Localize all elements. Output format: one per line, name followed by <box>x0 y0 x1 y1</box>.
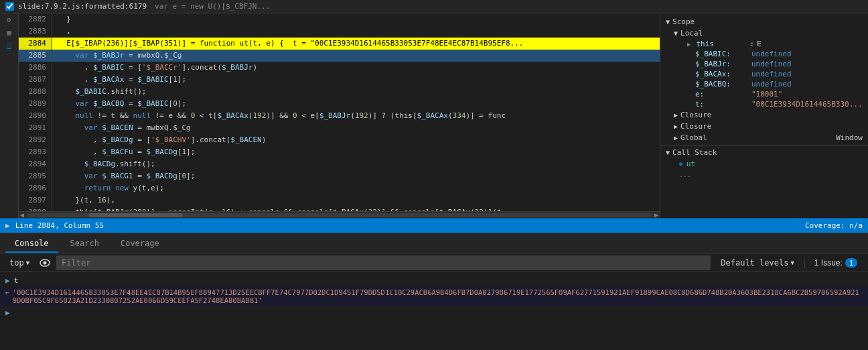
line-content-2893: , $_BACFu = $_BACDg[1]; <box>52 146 195 158</box>
console-output-arrow: ← <box>5 288 10 297</box>
closure1-header[interactable]: ▶ Closure <box>668 109 868 121</box>
code-line-2895[interactable]: 2895 var $_BACG1 = $_BACDg[0]; <box>19 170 660 182</box>
divider-1 <box>660 145 868 145</box>
global-label: Global <box>680 133 707 142</box>
console-input-row: ▶ t <box>0 275 868 287</box>
scope-local-items: ▶ this : E $_BABIC: undefined $_BABJr: u… <box>668 39 868 109</box>
bacbq-item: $_BACBQ: undefined <box>676 79 868 89</box>
tab-search[interactable]: Search <box>61 235 108 253</box>
slide-checkbox[interactable] <box>5 2 14 11</box>
code-line-2893[interactable]: 2893 , $_BACFu = $_BACDg[1]; <box>19 146 660 158</box>
svg-point-1 <box>44 261 47 264</box>
closure1-label: Closure <box>680 111 711 119</box>
scope-panel: ▼ Scope ▼ Local ▶ this : E <box>660 13 868 218</box>
code-line-2890[interactable]: 2890 null != t && null != e && 0 < t[$_B… <box>19 110 660 122</box>
default-levels-button[interactable]: Default levels ▼ <box>715 256 800 270</box>
code-line-2891[interactable]: 2891 var $_BACEN = mwbxQ.$_Cg <box>19 122 660 134</box>
levels-arrow-icon: ▼ <box>790 259 794 266</box>
babjr-key: $_BABJr: <box>695 60 749 68</box>
tab-coverage[interactable]: Coverage <box>111 235 169 253</box>
dropdown-arrow-icon: ▼ <box>26 259 29 266</box>
call-stack-header[interactable]: ▼ Call Stack <box>660 147 868 158</box>
t-key: t: <box>695 100 749 109</box>
sidebar-spaces[interactable]: □ <box>7 42 11 49</box>
issues-count: 1 <box>845 258 857 268</box>
code-lines: 2882 } 2883 , 2884 E[$_IBAP(236)][$_IBAP… <box>19 13 660 211</box>
bacax-item: $_BACAx: undefined <box>676 69 868 79</box>
global-val: Window <box>836 133 863 142</box>
status-line-col: Line 2884, Column 55 <box>15 221 104 230</box>
babjr-val: undefined <box>751 60 792 68</box>
callstack-triangle: ▼ <box>666 149 670 156</box>
scope-title: Scope <box>672 17 695 26</box>
line-content-2883: , <box>52 25 71 38</box>
e-key: e: <box>695 90 749 99</box>
call-stack-item-ut[interactable]: ut <box>660 158 868 170</box>
filter-input[interactable] <box>56 255 711 270</box>
line-num-2894: 2894 <box>19 158 52 170</box>
code-line-2889[interactable]: 2889 var $_BACBQ = $_BABIC[0]; <box>19 98 660 110</box>
code-line-2892[interactable]: 2892 , $_BACDg = ['$_BACHV'].concat($_BA… <box>19 134 660 146</box>
closure2-triangle: ▶ <box>674 123 678 130</box>
babjr-item: $_BABJr: undefined <box>676 59 868 69</box>
tab-console[interactable]: Console <box>5 235 58 253</box>
code-line-2894[interactable]: 2894 $_BACDg.shift(); <box>19 158 660 170</box>
console-output: ▶ t ← '00C1E3934D1614465B33053E7F48EE4EC… <box>0 272 868 350</box>
bottom-panel: Console Search Coverage top ▼ Default le… <box>0 233 868 350</box>
console-output-row: ← '00C1E3934D1614465B33053E7F48EE4EC87B1… <box>0 287 868 306</box>
console-prompt-icon: ▶ <box>5 276 10 285</box>
scroll-left-arrow[interactable]: ◀ <box>20 211 24 218</box>
line-content-2892: , $_BACDg = ['$_BACHV'].concat($_BACEN) <box>52 134 266 146</box>
top-dropdown-button[interactable]: top ▼ <box>5 257 33 269</box>
code-panel: 2882 } 2883 , 2884 E[$_IBAP(236)][$_IBAP… <box>19 13 660 218</box>
global-triangle: ▶ <box>674 134 678 141</box>
code-line-2883[interactable]: 2883 , <box>19 25 660 38</box>
main-area: ⚙ ▦ □ 2882 } 2883 , 2884 E[$_IBAP(236)][… <box>0 13 868 218</box>
code-horizontal-scrollbar[interactable]: ◀ ▶ <box>19 211 660 218</box>
global-header[interactable]: ▶ Global Window <box>668 132 868 143</box>
line-content-2885: var $_BABJr = mwbxQ.$_Cg <box>52 50 182 62</box>
call-stack-title: Call Stack <box>672 148 717 157</box>
line-num-2884: 2884 <box>19 38 52 50</box>
code-line-2882[interactable]: 2882 } <box>19 13 660 25</box>
scope-header[interactable]: ▼ Scope <box>660 16 868 27</box>
code-line-2887[interactable]: 2887 , $_BACAx = $_BABIC[1]; <box>19 74 660 86</box>
line-content-2891: var $_BACEN = mwbxQ.$_Cg <box>52 122 191 134</box>
line-content-2895: var $_BACG1 = $_BACDg[0]; <box>52 170 195 182</box>
code-line-2888[interactable]: 2888 $_BABIC.shift(); <box>19 86 660 98</box>
call-stack-ut-label: ut <box>686 160 695 168</box>
eye-button[interactable] <box>38 255 52 270</box>
code-line-2898[interactable]: 2898 this[$ BABJr(390)] = parseInt(e, 16… <box>19 207 660 211</box>
t-val: "00C1E3934D1614465B330... <box>751 100 863 109</box>
scroll-right-arrow[interactable]: ▶ <box>654 211 658 218</box>
line-content-2888: $_BABIC.shift(); <box>52 86 146 98</box>
line-content-2882: } <box>52 13 71 25</box>
code-line-2897[interactable]: 2897 }(t, 16), <box>19 194 660 207</box>
this-item[interactable]: ▶ this : E <box>676 39 868 49</box>
local-triangle: ▼ <box>674 30 678 37</box>
console-toolbar: top ▼ Default levels ▼ 1 Issue: 1 <box>0 253 868 272</box>
scrollbar-thumb[interactable] <box>89 213 183 217</box>
code-line-2885[interactable]: 2885 var $_BABJr = mwbxQ.$_Cg <box>19 50 660 62</box>
line-num-2897: 2897 <box>19 194 52 207</box>
line-content-2898: this[$ BABJr(390)] = parseInt(e, 16) : c… <box>52 207 501 211</box>
code-line-2896[interactable]: 2896 return new y(t,e); <box>19 182 660 194</box>
code-line-2886[interactable]: 2886 , $_BABIC = ['$_BACCr'].concat($_BA… <box>19 62 660 74</box>
line-content-2889: var $_BACBQ = $_BABIC[0]; <box>52 98 186 110</box>
issues-button[interactable]: 1 Issue: 1 <box>809 257 863 269</box>
code-line-2884[interactable]: 2884 E[$_IBAP(236)][$_IBAP(351)] = funct… <box>19 38 660 50</box>
sidebar-tools[interactable]: ⚙ <box>7 16 11 23</box>
line-num-2885: 2885 <box>19 50 52 62</box>
line-num-2889: 2889 <box>19 98 52 110</box>
scrollbar-track <box>27 213 652 217</box>
closure2-header[interactable]: ▶ Closure <box>668 121 868 132</box>
line-num-2896: 2896 <box>19 182 52 194</box>
sidebar-tem[interactable]: ▦ <box>7 29 11 36</box>
bacbq-val: undefined <box>751 80 792 89</box>
line-num-2883: 2883 <box>19 25 52 38</box>
line-content-2887: , $_BACAx = $_BABIC[1]; <box>52 74 186 86</box>
local-header[interactable]: ▼ Local <box>668 27 868 39</box>
call-stack-more: ... <box>660 170 868 180</box>
this-key: this <box>693 40 747 48</box>
status-row: ▶ Line 2884, Column 55 Coverage: n/a <box>5 221 863 230</box>
